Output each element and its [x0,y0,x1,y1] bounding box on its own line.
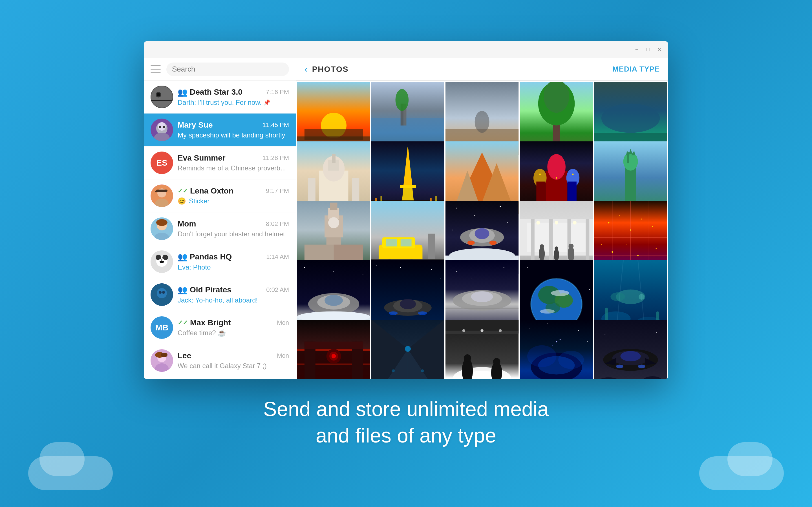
svg-point-91 [623,152,638,170]
chat-info-mom: Mom 8:02 PM Don't forget your blaster an… [177,219,289,238]
svg-point-265 [656,332,657,333]
sidebar-header [144,58,296,80]
svg-point-164 [304,267,305,268]
svg-point-225 [332,354,336,358]
photo-cell-23[interactable] [446,320,518,379]
svg-point-1 [151,86,172,108]
svg-point-32 [162,291,165,294]
cloud-right-decoration [699,456,784,490]
svg-point-46 [396,89,409,111]
chat-name: ✓✓ Lena Oxton [177,186,234,195]
avatar-eva-summer: ES [151,152,173,174]
chat-preview: Coffee time? ☕ [177,329,289,337]
caption-line-2: and files of any type [263,422,549,449]
svg-point-175 [376,265,377,266]
media-type-button[interactable]: MEDIA TYPE [612,65,660,73]
svg-point-147 [608,222,609,223]
svg-point-27 [162,259,164,261]
svg-point-148 [619,215,620,216]
chat-name: Mom [177,219,196,228]
chat-preview: 😊 Sticker [177,197,289,205]
svg-point-26 [159,259,161,261]
chat-name: 👥 Death Star 3.0 [177,88,243,97]
photo-cell-24[interactable] [520,320,593,379]
check-icon: ✓✓ [177,187,188,194]
chat-item-lee[interactable]: Lee Mon We can call it Galaxy Star 7 ;) [144,344,296,377]
svg-rect-115 [428,233,435,259]
chat-info-eva-summer: Eva Summer 11:28 PM Reminds me of a Chin… [177,154,289,172]
svg-rect-114 [401,239,412,246]
chat-item-pandas-hq[interactable]: 👥 Pandas HQ 1:14 AM Eva: Photo [144,245,296,278]
svg-point-195 [527,267,527,268]
svg-point-144 [555,221,558,224]
chat-preview: Don't forget your blaster and helmet [177,230,289,238]
svg-point-139 [554,248,559,262]
photo-corridor [371,320,444,379]
chat-item-death-star[interactable]: 👥 Death Star 3.0 7:16 PM Darth: I'll tru… [144,80,296,114]
svg-point-242 [464,354,471,362]
maximize-button[interactable]: □ [645,46,651,53]
chat-item-mary-sue[interactable]: Mary Sue 11:45 PM My spaceship will be l… [144,114,296,147]
minimize-button[interactable]: − [633,46,640,53]
chat-name: Eva Summer [177,154,225,163]
chat-item-max-bright[interactable]: MB ✓✓ Max Bright Mon Coffee time? ☕ [144,311,296,344]
app-window: − □ ✕ [144,41,668,379]
svg-point-102 [328,217,339,228]
chat-name-row: 👥 Old Pirates 0:02 AM [177,285,289,295]
svg-point-192 [471,291,493,302]
chat-info-lee: Lee Mon We can call it Galaxy Star 7 ;) [177,351,289,370]
svg-point-166 [333,271,334,272]
svg-point-151 [652,226,653,227]
chat-item-old-pirates[interactable]: 👥 Old Pirates 0:02 AM Jack: Yo-ho-ho, al… [144,278,296,311]
svg-point-252 [547,323,547,324]
chat-time: Mon [277,352,289,359]
svg-point-87 [539,173,541,175]
chat-preview: We can call it Galaxy Star 7 ;) [177,362,289,370]
back-button[interactable]: ‹ [305,64,308,74]
chat-info-mary-sue: Mary Sue 11:45 PM My spaceship will be l… [177,121,289,139]
svg-rect-61 [332,154,336,163]
chat-name-row: Mary Sue 11:45 PM [177,121,289,129]
close-button[interactable]: ✕ [656,46,663,53]
avatar-max-bright: MB [151,316,173,339]
chat-time: 11:45 PM [262,121,289,129]
svg-rect-4 [151,100,173,101]
photo-cell-22[interactable] [371,320,444,379]
chat-sidebar: 👥 Death Star 3.0 7:16 PM Darth: I'll tru… [144,58,296,379]
avatar-lee [151,349,173,372]
chat-time: 1:14 AM [266,253,289,261]
avatar-mary-sue [151,119,173,141]
chat-preview: Jack: Yo-ho-ho, all aboard! [177,296,289,304]
photo-cell-25[interactable] [594,320,667,379]
svg-point-235 [421,369,424,372]
check-icon: ✓✓ [177,319,188,327]
svg-point-154 [626,244,627,245]
search-input[interactable] [172,65,283,73]
menu-icon[interactable] [151,65,161,73]
svg-rect-113 [386,239,397,246]
photo-cell-21[interactable] [297,320,370,379]
svg-point-258 [558,351,584,369]
photos-title: PHOTOS [312,65,608,74]
svg-point-37 [161,353,167,357]
chat-name-row: Lee Mon [177,351,289,360]
chat-info-old-pirates: 👥 Old Pirates 0:02 AM Jack: Yo-ho-ho, al… [177,285,289,304]
chat-item-eva-summer[interactable]: ES Eva Summer 11:28 PM Reminds me of a C… [144,147,296,179]
svg-point-165 [319,264,319,264]
svg-point-81 [547,154,566,180]
chat-name: Mary Sue [177,121,213,129]
photo-header: ‹ PHOTOS MEDIA TYPE [296,58,668,80]
chat-item-lena-oxton[interactable]: ✓✓ Lena Oxton 9:17 PM 😊 Sticker [144,179,296,212]
group-icon: 👥 [177,285,188,295]
svg-point-247 [462,329,465,332]
svg-point-249 [499,329,502,332]
svg-point-197 [589,289,590,290]
svg-point-86 [556,177,557,179]
svg-point-30 [157,288,167,298]
svg-point-248 [481,329,484,332]
title-bar: − □ ✕ [144,41,668,58]
svg-point-244 [493,358,500,365]
chat-item-mom[interactable]: Mom 8:02 PM Don't forget your blaster an… [144,212,296,245]
svg-point-185 [418,311,427,315]
search-box[interactable] [166,62,289,76]
